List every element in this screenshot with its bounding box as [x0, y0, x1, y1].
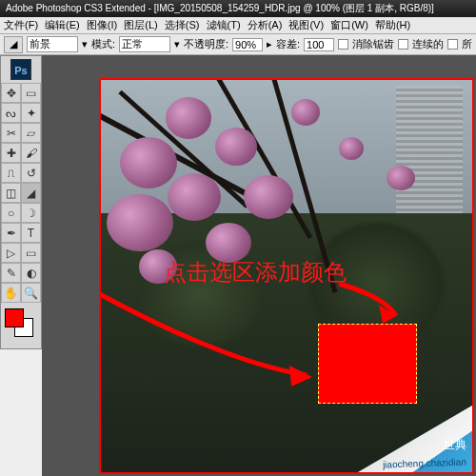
document-canvas[interactable]: 点击选区添加颜色 世典 jiaocheng.chazidian	[99, 78, 474, 474]
tolerance-label: 容差:	[276, 37, 300, 51]
tool-hand[interactable]: ✋	[1, 283, 21, 303]
antialias-checkbox[interactable]	[338, 39, 348, 50]
all-layers-checkbox[interactable]	[447, 39, 458, 50]
menu-filter[interactable]: 滤镜(T)	[207, 19, 241, 30]
opacity-label: 不透明度:	[184, 37, 228, 51]
bucket-icon: ◢	[4, 36, 23, 53]
filled-selection[interactable]	[318, 324, 417, 404]
menu-analysis[interactable]: 分析(A)	[248, 19, 283, 30]
tool-panel: Ps ✥▭ᔓ✦✂▱✚🖌⎍↺◫◢○☽✒T▷▭✎◐✋🔍	[0, 55, 42, 349]
opacity-input[interactable]: 90%	[232, 38, 263, 51]
options-bar: ◢ 前景▾ 模式: 正常▾ 不透明度: 90%▸ 容差: 100 消除锯齿 连续…	[0, 34, 476, 55]
menu-window[interactable]: 窗口(W)	[330, 19, 368, 30]
tool-wand[interactable]: ✦	[21, 103, 41, 123]
tool-eyedrop[interactable]: ◐	[21, 263, 41, 283]
tool-eraser[interactable]: ◫	[1, 183, 21, 203]
menu-select[interactable]: 选择(S)	[165, 19, 200, 30]
tool-move[interactable]: ✥	[1, 83, 21, 103]
tool-bucket[interactable]: ◢	[21, 183, 41, 203]
menu-view[interactable]: 视图(V)	[288, 19, 324, 30]
fill-source-select[interactable]: 前景	[27, 36, 78, 52]
tool-history[interactable]: ↺	[21, 163, 41, 183]
menu-bar: 文件(F) 编辑(E) 图像(I) 图层(L) 选择(S) 滤镜(T) 分析(A…	[0, 17, 476, 34]
tools-grid: ✥▭ᔓ✦✂▱✚🖌⎍↺◫◢○☽✒T▷▭✎◐✋🔍	[1, 83, 41, 303]
tool-brush[interactable]: 🖌	[21, 143, 41, 163]
menu-layer[interactable]: 图层(L)	[124, 19, 157, 30]
title-bar: Adobe Photoshop CS3 Extended - [IMG_2015…	[0, 0, 476, 17]
tool-path[interactable]: ▷	[1, 243, 21, 263]
tool-notes[interactable]: ✎	[1, 263, 21, 283]
watermark-brand: 世典	[444, 437, 466, 453]
mode-select[interactable]: 正常	[119, 36, 170, 52]
tool-heal[interactable]: ✚	[1, 143, 21, 163]
tool-stamp[interactable]: ⎍	[1, 163, 21, 183]
menu-edit[interactable]: 编辑(E)	[45, 19, 80, 30]
tool-lasso[interactable]: ᔓ	[1, 103, 21, 123]
mode-label: 模式:	[91, 37, 115, 51]
tolerance-input[interactable]: 100	[304, 38, 334, 51]
tool-slice[interactable]: ▱	[21, 123, 41, 143]
foreground-swatch[interactable]	[5, 308, 24, 327]
menu-help[interactable]: 帮助(H)	[375, 19, 410, 30]
contiguous-checkbox[interactable]	[398, 39, 408, 50]
menu-file[interactable]: 文件(F)	[4, 19, 38, 30]
tool-pen[interactable]: ✒	[1, 223, 21, 243]
tool-shape[interactable]: ▭	[21, 243, 41, 263]
tool-dodge[interactable]: ☽	[21, 203, 41, 223]
canvas-area: 点击选区添加颜色 世典 jiaocheng.chazidian	[42, 55, 476, 476]
tool-zoom[interactable]: 🔍	[21, 283, 41, 303]
tool-type[interactable]: T	[21, 223, 41, 243]
ps-logo: Ps	[10, 59, 31, 80]
color-swatches	[1, 307, 41, 348]
tool-blur[interactable]: ○	[1, 203, 21, 223]
antialias-label: 消除锯齿	[352, 37, 394, 51]
tool-marquee[interactable]: ▭	[21, 83, 41, 103]
contiguous-label: 连续的	[412, 37, 444, 51]
tool-crop[interactable]: ✂	[1, 123, 21, 143]
menu-image[interactable]: 图像(I)	[87, 19, 117, 30]
all-layers-label: 所	[462, 37, 472, 51]
annotation-text: 点击选区添加颜色	[164, 257, 347, 288]
